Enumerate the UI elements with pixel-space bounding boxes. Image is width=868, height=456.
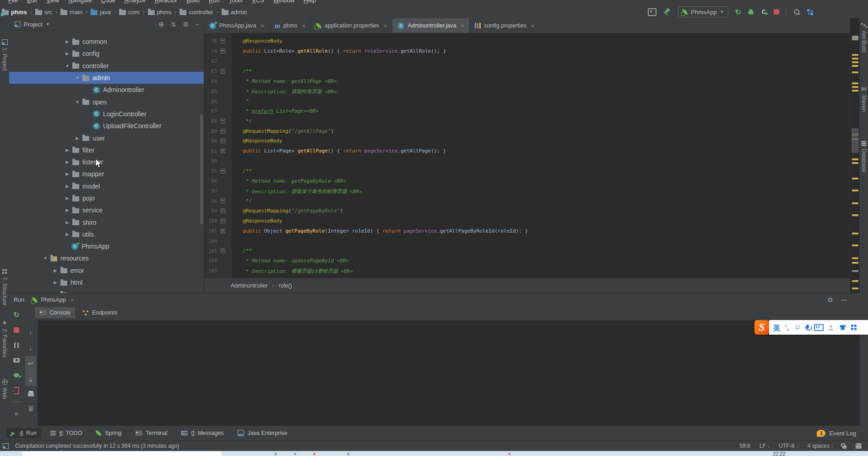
menu-vcs[interactable]: VCS: [247, 0, 269, 5]
stripe-mark[interactable]: [852, 36, 858, 40]
error-stripe[interactable]: [850, 18, 860, 293]
tree-item-user[interactable]: ▶user: [9, 132, 204, 144]
tree-item-UploadFileController[interactable]: UploadFileController: [9, 120, 204, 132]
stripe-mark[interactable]: [852, 214, 858, 216]
stripe-mark[interactable]: [852, 65, 858, 67]
gear-icon[interactable]: [183, 21, 189, 28]
stripe-mark[interactable]: [852, 280, 858, 282]
stripe-mark[interactable]: [852, 158, 858, 160]
editor-tab-config.properties[interactable]: config.properties×: [470, 18, 540, 33]
stripe-button-favorites[interactable]: 2: Favorites: [1, 320, 8, 358]
mic-icon[interactable]: [806, 325, 809, 329]
lock-icon[interactable]: [842, 445, 846, 449]
tree-item-PhmsApp[interactable]: PhmsApp: [9, 240, 204, 252]
run-view-tab-console[interactable]: Console: [35, 307, 75, 318]
menu-navigate[interactable]: Navigate: [64, 0, 96, 5]
breadcrumb-item-main[interactable]: main: [60, 9, 82, 16]
stripe-mark[interactable]: [852, 86, 858, 88]
stripe-mark[interactable]: [852, 54, 858, 56]
stripe-mark[interactable]: [852, 61, 858, 63]
toolwindow-button-messages[interactable]: 0: Messages: [177, 428, 228, 438]
language-toggle[interactable]: 英: [773, 323, 780, 332]
menu-help[interactable]: Help: [299, 0, 320, 5]
coverage-icon[interactable]: [760, 9, 767, 15]
stripe-mark[interactable]: [852, 202, 858, 204]
editor-tab-Adminontroller.java[interactable]: Adminontroller.java×: [392, 18, 470, 33]
punct-icon[interactable]: [785, 324, 789, 331]
unfold-icon[interactable]: +: [220, 49, 225, 54]
close-icon[interactable]: ×: [531, 22, 535, 29]
unfold-icon[interactable]: +: [220, 228, 225, 233]
tree-item-listener[interactable]: ▶listener: [9, 156, 204, 168]
tree-item-clipped[interactable]: ▶: [9, 288, 204, 293]
fold-icon[interactable]: −: [220, 248, 225, 253]
unfold-icon[interactable]: +: [220, 148, 225, 153]
toolwindow-button-terminal[interactable]: Terminal: [131, 428, 172, 438]
stripe-mark[interactable]: [852, 190, 858, 191]
hector-icon[interactable]: [856, 443, 862, 449]
breadcrumb-item-src[interactable]: src: [35, 9, 52, 16]
softwrap-button[interactable]: [25, 356, 36, 371]
stripe-mark[interactable]: [852, 90, 858, 92]
menu-view[interactable]: View: [42, 0, 64, 5]
stripe-mark[interactable]: [852, 270, 858, 272]
scrollend-button[interactable]: [25, 371, 36, 386]
tree-item-error[interactable]: ▶error: [9, 265, 204, 277]
keyboard-icon[interactable]: [814, 324, 824, 331]
event-log-button[interactable]: 1 Event Log: [817, 430, 868, 437]
stripe-button-antbuild[interactable]: Ant Build: [861, 23, 867, 53]
smiley-icon[interactable]: [794, 323, 801, 331]
toolwindow-button-todo[interactable]: 6: TODO: [46, 428, 87, 438]
menu-tools[interactable]: Tools: [224, 0, 247, 5]
tree-item-common[interactable]: ▶common: [9, 36, 204, 48]
breadcrumb-item-controller[interactable]: controller: [179, 9, 213, 16]
breadcrumb-class[interactable]: Adminontroller: [231, 282, 268, 289]
close-icon[interactable]: ×: [71, 297, 74, 304]
stripe-button-project[interactable]: 1: Project: [1, 39, 8, 71]
toolwindow-button-javaenterprise[interactable]: Java Enterprise: [233, 428, 292, 438]
stripe-mark[interactable]: [852, 233, 858, 234]
breadcrumb-item-phms[interactable]: phms: [148, 9, 172, 16]
shirt-icon[interactable]: [839, 325, 846, 330]
fold-icon[interactable]: −: [220, 38, 225, 43]
tree-item-filter[interactable]: ▶filter: [9, 144, 204, 156]
toolwindow-button-run[interactable]: 4: Run: [6, 428, 41, 438]
editor-tab-PhmsApp.java[interactable]: PhmsApp.java×: [204, 18, 270, 33]
stripe-mark[interactable]: [852, 71, 858, 73]
tree-item-admin[interactable]: ▼admin: [9, 72, 204, 84]
run-view-tab-endpoints[interactable]: Endpoints: [78, 307, 122, 318]
fold-icon[interactable]: −: [220, 208, 225, 213]
tree-item-open[interactable]: ▼open: [9, 96, 204, 108]
stripe-mark[interactable]: [852, 82, 858, 84]
sep-icon[interactable]: [786, 8, 787, 16]
stripe-button-maven[interactable]: Maven: [861, 85, 867, 112]
fold-icon[interactable]: −: [220, 119, 225, 124]
minus-icon[interactable]: [195, 22, 199, 27]
hide-icon[interactable]: [841, 297, 847, 303]
toolwindow-button-spring[interactable]: Spring: [92, 428, 125, 438]
console-output[interactable]: [38, 320, 860, 426]
editor-tab-application.properties[interactable]: application.properties×: [311, 18, 392, 33]
tree-item-service[interactable]: ▶service: [9, 204, 204, 216]
camera-button[interactable]: [9, 353, 24, 368]
rerun-icon[interactable]: [735, 8, 741, 16]
breadcrumb-item-phms[interactable]: phms: [2, 9, 27, 16]
run-configuration-select[interactable]: PhmsApp▼: [678, 6, 728, 17]
up-button[interactable]: [24, 326, 38, 341]
down-button[interactable]: [24, 341, 38, 356]
breadcrumb-method[interactable]: role(): [279, 282, 292, 289]
search-icon[interactable]: [793, 9, 800, 16]
stripe-mark[interactable]: [852, 58, 858, 60]
tree-item-html[interactable]: ▶html: [9, 277, 204, 288]
leafdot-icon[interactable]: [682, 9, 688, 15]
sogou-logo[interactable]: S: [754, 320, 769, 335]
target-icon[interactable]: [158, 20, 164, 28]
hammer-icon[interactable]: [663, 8, 671, 16]
tree-item-mapper[interactable]: ▶mapper: [9, 168, 204, 180]
tree-item-utils[interactable]: ▶utils: [9, 228, 204, 240]
bugattach-button[interactable]: [9, 368, 24, 383]
stripe-mark[interactable]: [852, 257, 858, 259]
stripe-mark[interactable]: [852, 288, 858, 289]
menu-code[interactable]: Code: [97, 0, 120, 5]
stripe-button-database[interactable]: Database: [861, 141, 867, 172]
